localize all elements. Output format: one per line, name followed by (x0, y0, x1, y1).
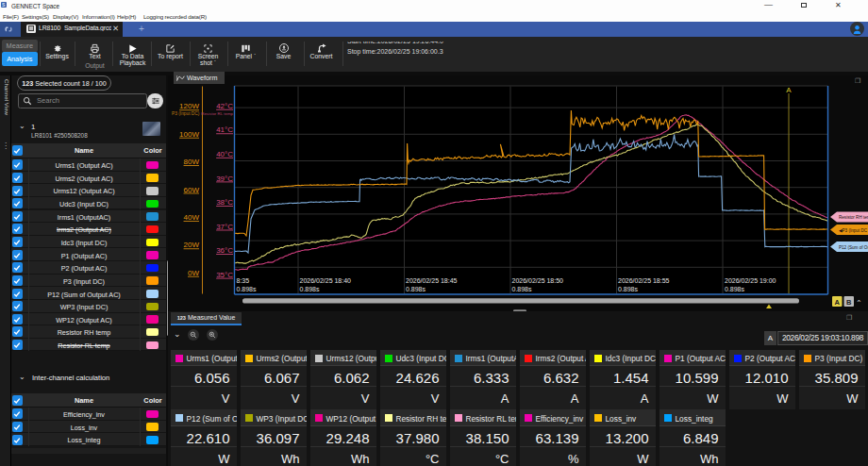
svg-text:120W: 120W (179, 102, 199, 110)
svg-text:⌃: ⌃ (856, 299, 862, 308)
svg-text:40W: 40W (184, 213, 200, 222)
svg-text:Resistor RH temp: Resistor RH temp (839, 215, 868, 220)
svg-text:39°C: 39°C (216, 175, 233, 183)
svg-text:20W: 20W (184, 241, 200, 249)
svg-text:2026/02/25 18:55: 2026/02/25 18:55 (618, 277, 670, 284)
svg-text:2026/02/25 18:50: 2026/02/25 18:50 (512, 277, 564, 284)
svg-text:B: B (846, 298, 852, 307)
svg-text:40°C: 40°C (216, 150, 233, 158)
svg-text:38°C: 38°C (216, 198, 233, 207)
svg-text:80W: 80W (184, 158, 200, 166)
svg-text:0W: 0W (188, 269, 199, 277)
svg-text:2026/02/25 18:40: 2026/02/25 18:40 (300, 277, 352, 284)
svg-text:100W: 100W (179, 130, 199, 139)
svg-text:P3 (Input DC): P3 (Input DC) (172, 111, 200, 116)
svg-text:2026/02/25 19:00: 2026/02/25 19:00 (725, 277, 776, 284)
svg-text:0.898s: 0.898s (512, 286, 533, 292)
svg-text:42°C: 42°C (216, 102, 233, 110)
svg-text:35°C: 35°C (216, 271, 233, 279)
svg-text:A: A (786, 86, 792, 94)
svg-text:A: A (834, 298, 840, 307)
svg-text:0.898s: 0.898s (237, 286, 258, 292)
svg-text:2026/02/25 18:45: 2026/02/25 18:45 (406, 277, 458, 284)
svg-text:37°C: 37°C (216, 223, 233, 231)
svg-text:0.898s: 0.898s (406, 286, 426, 292)
svg-text:60W: 60W (184, 186, 200, 194)
svg-text:0.898s: 0.898s (725, 286, 745, 292)
svg-text:0.898s: 0.898s (300, 286, 321, 292)
svg-text:P12 (Sum of Outp: P12 (Sum of Outp (839, 245, 868, 250)
svg-text:41°C: 41°C (216, 125, 233, 134)
svg-text:0.898s: 0.898s (618, 286, 639, 292)
svg-text:◀P3 (Input DC: ◀P3 (Input DC (839, 228, 868, 233)
svg-text:8:35: 8:35 (237, 277, 250, 284)
svg-text:Resistor RL temp: Resistor RL temp (201, 111, 233, 116)
svg-text:36°C: 36°C (216, 246, 233, 255)
